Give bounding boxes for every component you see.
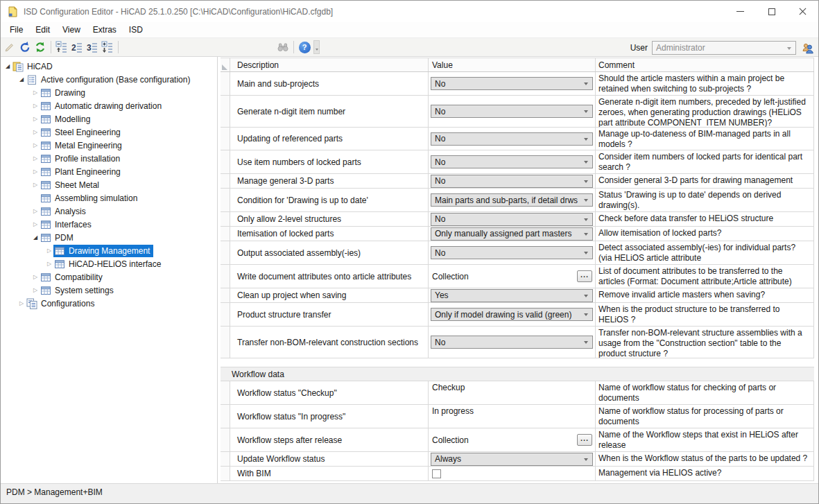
value-dropdown[interactable]: No [431,175,593,188]
value-dropdown[interactable]: Only manually assigned part masters [431,227,593,241]
tree-item-sheet-metal[interactable]: ▷Sheet Metal [1,178,217,191]
tree-item-interfaces[interactable]: ▷Interfaces [1,218,217,231]
value-dropdown[interactable]: Only if model drawing is valid (green) [431,308,593,321]
tree-item-compatibility[interactable]: ▷Compatibility [1,270,217,284]
grid-body: Main and sub-projectsNoShould the articl… [221,72,814,481]
tree-expander-icon[interactable]: ◢ [3,63,12,69]
menu-item-view[interactable]: View [56,23,87,37]
table-icon [40,166,51,177]
tree-node[interactable]: HiCAD [12,60,56,73]
value-dropdown[interactable]: No [431,105,593,118]
tree-expander-icon[interactable]: ▷ [45,247,53,254]
tree-expander-icon[interactable]: ▷ [45,261,53,267]
value-checkbox[interactable] [432,469,441,478]
table-icon [40,153,51,164]
tree-item-profile-installation[interactable]: ▷Profile installation [1,152,217,165]
value-dropdown[interactable]: No [431,336,593,349]
tree-expander-icon[interactable]: ▷ [31,208,40,214]
tree-node[interactable]: Drawing Management [53,245,153,257]
tree-item-assembling-simulation[interactable]: Assembling simulation [1,191,217,205]
tree-expander-icon[interactable]: ▷ [31,129,40,135]
menu-item-file[interactable]: File [3,23,29,37]
tree-item-hicad-helios-interface[interactable]: ▷HiCAD-HELiOS interface [1,257,217,270]
menu-item-isd[interactable]: ISD [123,23,149,37]
tree-item-steel-engineering[interactable]: ▷Steel Engineering [1,125,217,139]
menu-item-edit[interactable]: Edit [29,23,56,37]
help-button[interactable] [297,40,312,55]
tree-node[interactable]: Metal Engineering [40,139,126,152]
tree-expander-icon[interactable]: ▷ [31,221,40,227]
tree-node[interactable]: HiCAD-HELiOS interface [53,258,164,270]
tree-node[interactable]: Profile installation [40,153,123,165]
maximize-button[interactable] [756,1,787,22]
search-button[interactable] [275,40,291,55]
setting-comment: Generate n-digit item numbers, preceded … [598,97,806,127]
tree-node[interactable]: Drawing [40,87,89,99]
tree-item-hicad[interactable]: ◢HiCAD [1,60,217,73]
tree-expander-icon[interactable]: ▷ [31,116,40,122]
undo-button[interactable] [17,40,33,55]
tree-expander-icon[interactable]: ▷ [31,155,40,162]
value-dropdown[interactable]: No [431,246,593,259]
tree-item-active-configuration-base-configuration[interactable]: ◢Active configuration (Base configuratio… [1,73,217,86]
tree-item-drawing-management[interactable]: ▷Drawing Management [1,244,217,257]
tree-expander-icon[interactable]: ▷ [31,168,40,175]
value-dropdown[interactable]: Yes [431,289,593,302]
tree-node[interactable]: Sheet Metal [40,179,103,191]
expand-tree-button[interactable] [100,40,115,55]
minimize-button[interactable] [725,1,756,22]
close-button[interactable] [787,1,818,22]
collection-edit-button[interactable]: ... [577,270,592,282]
tree-expander-icon[interactable]: ▷ [31,287,40,293]
value-dropdown[interactable]: No [431,213,593,226]
tree-node[interactable]: PDM [40,232,77,244]
tree-expander-icon[interactable]: ▷ [31,89,40,96]
tree-item-automatic-drawing-derivation[interactable]: ▷Automatic drawing derivation [1,99,217,112]
value-dropdown[interactable]: No [431,155,593,168]
tree-item-modelling[interactable]: ▷Modelling [1,112,217,125]
tree-item-metal-engineering[interactable]: ▷Metal Engineering [1,139,217,152]
expand-level-2-button[interactable]: 2 [69,40,85,55]
dropdown-value: Main parts and sub-parts, if detail drws [431,195,583,205]
value-dropdown[interactable]: Main parts and sub-parts, if detail drws [431,193,593,207]
tree-node[interactable]: Modelling [40,113,94,125]
refresh-button[interactable] [33,40,48,55]
tree-item-pdm[interactable]: ◢PDM [1,231,217,244]
tree-expander-icon[interactable]: ◢ [17,76,26,82]
tree-expander-icon[interactable]: ▷ [31,103,40,109]
tree-expander-icon[interactable]: ◢ [31,234,40,241]
tree-node[interactable]: Analysis [40,205,89,218]
value-dropdown[interactable]: No [431,77,593,90]
toolbar-overflow[interactable] [313,40,320,54]
collection-edit-button[interactable]: ... [577,434,592,446]
tree-expander-icon[interactable]: ▷ [31,274,40,280]
refresh-icon [34,41,46,53]
tree-node[interactable]: Interfaces [40,218,95,231]
edit-button[interactable] [2,40,17,55]
tree-expander-icon[interactable]: ▷ [31,182,40,188]
setting-description: Condition for 'Drawing is up to date' [237,195,368,205]
tree-node[interactable]: Plant Engineering [40,166,124,178]
expand-level-3-button[interactable]: 3 [85,40,100,55]
tree-item-plant-engineering[interactable]: ▷Plant Engineering [1,165,217,178]
value-dropdown[interactable]: No [431,132,593,146]
menu-item-extras[interactable]: Extras [87,23,123,37]
user-select[interactable]: Administrator [652,41,796,55]
user-switch-button[interactable] [800,40,815,55]
tree-expander-icon[interactable]: ▷ [17,300,26,306]
tree-item-drawing[interactable]: ▷Drawing [1,86,217,99]
tree-item-configurations[interactable]: ▷Configurations [1,297,217,310]
select-all-corner-icon[interactable] [222,64,227,70]
tree-node[interactable]: Steel Engineering [40,126,124,139]
tree-item-system-settings[interactable]: ▷System settings [1,284,217,297]
tree-node[interactable]: Automatic drawing derivation [40,100,165,112]
tree-node[interactable]: System settings [40,284,117,297]
tree-node[interactable]: Assembling simulation [40,192,141,205]
tree-node[interactable]: Configurations [26,297,98,310]
tree-expander-icon[interactable]: ▷ [31,142,40,148]
collapse-tree-button[interactable] [54,40,69,55]
tree-node[interactable]: Active configuration (Base configuration… [26,73,193,86]
tree-item-analysis[interactable]: ▷Analysis [1,205,217,218]
tree-node[interactable]: Compatibility [40,271,106,284]
value-dropdown[interactable]: Always [431,453,593,466]
